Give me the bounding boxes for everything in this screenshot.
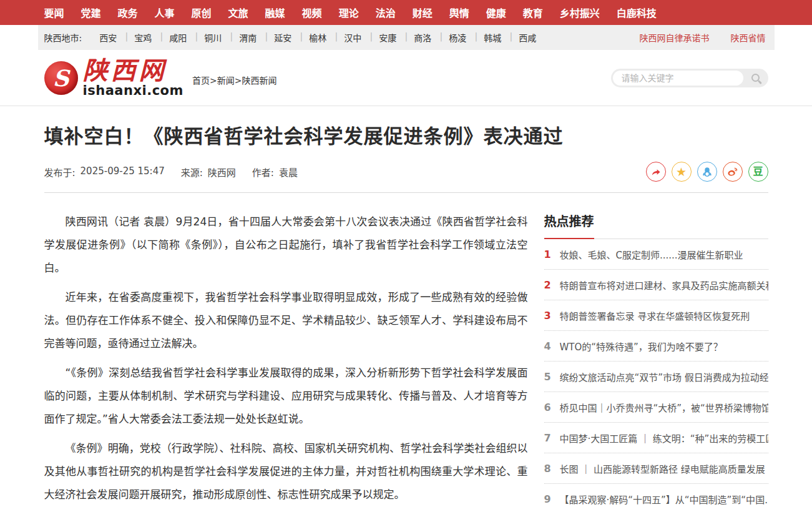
hot-item-title: WTO的“特殊待遇”，我们为啥不要了？ [560, 340, 723, 353]
hot-list: 1 妆娘、毛娘、C服定制师......漫展催生新职业 2 特朗普宣布将对进口建材… [544, 239, 768, 512]
city-link[interactable]: 杨凌 [440, 31, 475, 44]
meta-value: 袁晨 [279, 165, 298, 179]
top-nav-item[interactable]: 融媒 [265, 5, 285, 20]
city-bar-right-link[interactable]: 陕西网自律承诺书 [640, 31, 710, 44]
hot-item-title: 缤纷文旅活动点亮“双节”市场 假日消费成为拉动经济... [560, 370, 768, 383]
top-nav-item[interactable]: 要闻 [44, 5, 64, 20]
city-bar-label: 陕西地市: [44, 31, 82, 44]
hot-list-item[interactable]: 3 特朗普签署备忘录 寻求在华盛顿特区恢复死刑 [544, 300, 768, 331]
meta-pair: 作者: 袁晨 [252, 165, 298, 179]
top-nav-item[interactable]: 白鹿科技 [617, 5, 657, 20]
top-nav-item[interactable]: 理论 [339, 5, 359, 20]
qq-icon[interactable] [697, 162, 717, 182]
weibo-icon[interactable] [723, 162, 743, 182]
hot-rank: 5 [544, 371, 554, 383]
article-paragraph: 《条例》明确，党校（行政学院）、社科院、高校、国家机关研究机构、哲学社会科学类社… [44, 437, 528, 506]
city-list: 西安宝鸡咸阳铜川渭南延安榆林汉中安康商洛杨凌韩城西咸 [90, 31, 545, 44]
city-bar: 陕西地市: 西安宝鸡咸阳铜川渭南延安榆林汉中安康商洛杨凌韩城西咸 陕西网自律承诺… [38, 25, 775, 50]
city-link[interactable]: 商洛 [405, 31, 440, 44]
breadcrumb[interactable]: 首页>新闻>陕西新闻 [192, 74, 276, 86]
city-link[interactable]: 宝鸡 [125, 31, 160, 44]
city-link[interactable]: 西咸 [510, 31, 545, 44]
top-nav-item[interactable]: 财经 [413, 5, 433, 20]
hot-rank: 8 [544, 463, 554, 475]
hot-item-title: 特朗普宣布将对进口建材、家具及药品实施高额关税 [560, 278, 768, 292]
top-nav-item[interactable]: 党建 [81, 5, 101, 20]
hot-rank: 6 [544, 401, 554, 413]
top-nav-item[interactable]: 原创 [192, 5, 212, 20]
search-box [611, 69, 768, 87]
top-navigation-bar: 要闻党建政务人事原创文旅融媒视频理论法治财经舆情健康教育乡村振兴白鹿科技 [0, 0, 812, 25]
city-bar-links: 陕西网自律承诺书陕西省情 [640, 31, 766, 44]
city-link[interactable]: 咸阳 [160, 31, 195, 44]
meta-value: 2025-09-25 15:47 [81, 165, 165, 179]
share-bar: ★ 豆 [646, 162, 768, 182]
hot-item-title: 妆娘、毛娘、C服定制师......漫展催生新职业 [560, 248, 743, 261]
hot-list-item[interactable]: 5 缤纷文旅活动点亮“双节”市场 假日消费成为拉动经济... [544, 362, 768, 392]
hot-item-title: 【晶采观察·解码“十四五”】从“中国制造”到“中国... [560, 493, 768, 506]
meta-label: 发布于: [44, 165, 76, 179]
city-link[interactable]: 西安 [90, 31, 125, 44]
top-nav-item[interactable]: 法治 [376, 5, 396, 20]
hot-list-item[interactable]: 2 特朗普宣布将对进口建材、家具及药品实施高额关税 [544, 270, 768, 300]
city-link[interactable]: 铜川 [195, 31, 230, 44]
logo-mark-icon: S [44, 61, 78, 95]
top-nav-item[interactable]: 视频 [302, 5, 322, 20]
hot-rank: 4 [544, 340, 554, 352]
site-logo[interactable]: S 陕西网 ishaanxi.com [44, 58, 183, 97]
article-header: 填补空白！《陕西省哲学社会科学发展促进条例》表决通过 发布于: 2025-09-… [38, 106, 775, 193]
hot-list-item[interactable]: 4 WTO的“特殊待遇”，我们为啥不要了？ [544, 331, 768, 362]
hot-list-item[interactable]: 7 中国梦·大国工匠篇 ｜ 练文明：“种”出来的劳模工匠 [544, 423, 768, 453]
top-nav-item[interactable]: 政务 [118, 5, 138, 20]
meta-value: 陕西网 [208, 165, 236, 179]
douban-icon[interactable]: 豆 [748, 162, 768, 182]
hot-item-title: 中国梦·大国工匠篇 ｜ 练文明：“种”出来的劳模工匠 [560, 431, 768, 445]
top-nav-item[interactable]: 乡村振兴 [560, 5, 600, 20]
qzone-star-icon[interactable]: ★ [672, 162, 692, 182]
site-header: S 陕西网 ishaanxi.com 首页>新闻>陕西新闻 [0, 50, 812, 106]
hot-list-item[interactable]: 6 桥见中国｜小乔贵州寻“大桥”，被“世界桥梁博物馆... [544, 392, 768, 423]
article-paragraph: “《条例》深刻总结我省哲学社会科学事业发展取得的成果，深入分析新形势下哲学社会科… [44, 362, 528, 431]
meta-label: 作者: [252, 165, 274, 179]
search-input[interactable] [613, 71, 743, 86]
article-paragraph: 陕西网讯（记者 袁晨）9月24日，省十四届人大常委会第十八次会议表决通过《陕西省… [44, 210, 528, 280]
logo-title: 陕西网 [83, 58, 183, 83]
share-arrow-icon[interactable] [646, 162, 666, 182]
meta-pair: 来源: 陕西网 [181, 165, 236, 179]
top-nav-item[interactable]: 人事 [155, 5, 175, 20]
city-bar-right-link[interactable]: 陕西省情 [731, 31, 766, 44]
top-nav-item[interactable]: 舆情 [449, 5, 469, 20]
top-nav-list: 要闻党建政务人事原创文旅融媒视频理论法治财经舆情健康教育乡村振兴白鹿科技 [44, 5, 657, 20]
hot-list-item[interactable]: 9 【晶采观察·解码“十四五”】从“中国制造”到“中国... [544, 484, 768, 512]
hot-rank: 2 [544, 279, 554, 291]
article-paragraph: 近年来，在省委高度重视下，我省哲学社会科学事业取得明显成效，形成了一些成熟有效的… [44, 286, 528, 355]
top-nav-item[interactable]: 教育 [523, 5, 543, 20]
city-link[interactable]: 韩城 [475, 31, 510, 44]
hot-item-title: 特朗普签署备忘录 寻求在华盛顿特区恢复死刑 [560, 309, 750, 322]
city-bar-wrap: 陕西地市: 西安宝鸡咸阳铜川渭南延安榆林汉中安康商洛杨凌韩城西咸 陕西网自律承诺… [0, 25, 812, 50]
article-title: 填补空白！《陕西省哲学社会科学发展促进条例》表决通过 [44, 121, 768, 149]
hot-list-item[interactable]: 1 妆娘、毛娘、C服定制师......漫展催生新职业 [544, 239, 768, 270]
sidebar-title: 热点推荐 [544, 212, 594, 239]
hot-rank: 3 [544, 310, 554, 322]
hot-recommend-sidebar: 热点推荐 1 妆娘、毛娘、C服定制师......漫展催生新职业 2 特朗普宣布将… [544, 210, 768, 512]
logo-domain: ishaanxi.com [83, 84, 183, 97]
city-link[interactable]: 渭南 [230, 31, 265, 44]
article-body: 陕西网讯（记者 袁晨）9月24日，省十四届人大常委会第十八次会议表决通过《陕西省… [44, 210, 528, 512]
search-button[interactable] [743, 69, 768, 87]
search-icon [751, 74, 760, 82]
hot-list-item[interactable]: 8 长图 ｜ 山西能源转型新路径 绿电赋能高质量发展 [544, 453, 768, 484]
hot-rank: 7 [544, 432, 554, 444]
city-link[interactable]: 汉中 [335, 31, 370, 44]
city-link[interactable]: 榆林 [300, 31, 335, 44]
sidebar-header: 热点推荐 [544, 212, 768, 239]
top-nav-item[interactable]: 文旅 [228, 5, 248, 20]
hot-item-title: 长图 ｜ 山西能源转型新路径 绿电赋能高质量发展 [560, 462, 765, 475]
city-link[interactable]: 延安 [265, 31, 300, 44]
meta-pair: 发布于: 2025-09-25 15:47 [44, 165, 165, 179]
city-link[interactable]: 安康 [370, 31, 405, 44]
hot-rank: 1 [544, 249, 554, 260]
hot-rank: 9 [544, 493, 554, 505]
hot-item-title: 桥见中国｜小乔贵州寻“大桥”，被“世界桥梁博物馆... [560, 401, 768, 414]
top-nav-item[interactable]: 健康 [486, 5, 506, 20]
